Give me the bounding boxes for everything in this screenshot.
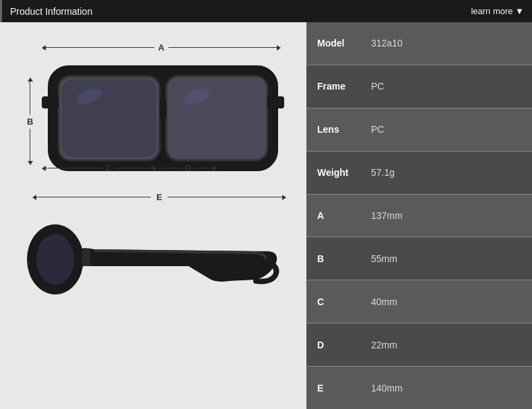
arrow-d-right xyxy=(213,166,217,171)
header: Product Information learn more ▼ xyxy=(0,0,532,22)
svg-rect-3 xyxy=(160,98,166,119)
spec-label-lens: Lens xyxy=(306,108,360,151)
dim-a-arrow: A xyxy=(42,42,281,53)
side-view-container: E xyxy=(13,184,293,312)
spec-value-a: 137mm xyxy=(360,194,532,237)
label-b: B xyxy=(27,117,33,127)
spec-row-weight: Weight57.1g xyxy=(306,151,532,194)
spec-value-d: 22mm xyxy=(360,323,532,367)
spec-row-a: A137mm xyxy=(306,194,532,237)
spec-row-model: Model312a10 xyxy=(306,22,532,65)
h-line-e2 xyxy=(168,197,282,197)
spec-label-c: C xyxy=(306,280,360,323)
dim-e-arrow: E xyxy=(32,192,286,202)
learn-more-button[interactable]: learn more ▼ xyxy=(471,6,524,16)
h-line-a xyxy=(46,47,154,48)
spec-label-e: E xyxy=(306,367,360,409)
h-line-c xyxy=(46,168,103,168)
spec-label-frame: Frame xyxy=(306,65,360,108)
label-d: D xyxy=(185,163,191,173)
svg-rect-6 xyxy=(62,80,156,157)
spec-label-b: B xyxy=(306,237,360,280)
label-e: E xyxy=(156,192,162,202)
d-tick xyxy=(160,166,160,171)
arrow-c-right xyxy=(153,166,157,171)
spec-label-a: A xyxy=(306,194,360,237)
h-line-c2 xyxy=(114,168,153,168)
spec-value-b: 55mm xyxy=(360,237,532,280)
dim-cd-arrow: C D xyxy=(42,163,217,173)
spec-value-weight: 57.1g xyxy=(360,151,532,194)
left-panel: A xyxy=(0,22,306,409)
h-line-a2 xyxy=(168,47,277,48)
spec-value-e: 140mm xyxy=(360,367,532,409)
spec-value-lens: PC xyxy=(360,108,532,151)
spec-row-frame: FramePC xyxy=(306,65,532,108)
svg-rect-4 xyxy=(42,96,59,108)
spec-value-model: 312a10 xyxy=(360,22,532,65)
sunglasses-side-svg xyxy=(27,206,283,313)
specs-table: Model312a10FramePCLensPCWeight57.1gA137m… xyxy=(306,22,532,409)
dim-b-arrow: B xyxy=(27,77,33,165)
v-line-b2 xyxy=(30,129,30,162)
sunglasses-front-svg xyxy=(42,53,284,181)
svg-rect-11 xyxy=(82,249,90,266)
h-line-d xyxy=(163,168,182,168)
arrow-e-right xyxy=(282,195,286,200)
page-title: Product Information xyxy=(10,6,92,17)
label-a: A xyxy=(158,42,164,53)
svg-point-10 xyxy=(36,234,74,285)
spec-label-d: D xyxy=(306,323,360,367)
spec-row-e: E140mm xyxy=(306,367,532,409)
label-c: C xyxy=(106,163,112,173)
right-panel: Model312a10FramePCLensPCWeight57.1gA137m… xyxy=(306,22,532,409)
v-line-b xyxy=(30,82,30,115)
arrow-down xyxy=(28,161,33,165)
spec-row-lens: LensPC xyxy=(306,108,532,151)
spec-label-model: Model xyxy=(306,22,360,65)
front-view-container: A xyxy=(13,36,293,177)
spec-row-b: B55mm xyxy=(306,237,532,280)
arrow-right xyxy=(277,45,281,51)
svg-rect-5 xyxy=(267,96,284,108)
svg-rect-2 xyxy=(166,76,267,160)
spec-value-frame: PC xyxy=(360,65,532,108)
spec-row-c: C40mm xyxy=(306,280,532,323)
h-line-e xyxy=(36,197,151,197)
spec-row-d: D22mm xyxy=(306,323,532,367)
main-content: A xyxy=(0,22,532,409)
spec-label-weight: Weight xyxy=(306,151,360,194)
spec-value-c: 40mm xyxy=(360,280,532,323)
h-line-d2 xyxy=(194,168,213,168)
